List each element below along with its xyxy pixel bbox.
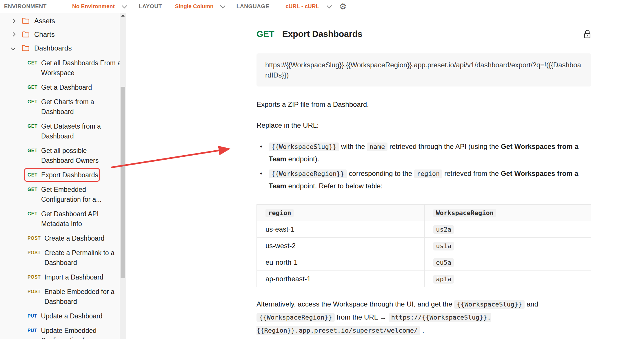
folder-label: Dashboards: [34, 44, 72, 52]
region-table: region WorkspaceRegion us-east-1us2aus-w…: [256, 204, 591, 287]
scrollbar-thumb[interactable]: [121, 87, 125, 278]
endpoint-label: Get Dashboard API Metadata Info: [41, 209, 99, 229]
table-header-region: region: [257, 205, 425, 221]
sidebar-item-endpoint[interactable]: GETGet Charts from a Dashboard: [28, 97, 126, 117]
chevron-down-icon[interactable]: [122, 3, 127, 8]
endpoint-label: Get a Dashboard: [41, 82, 92, 92]
method-badge: PUT: [28, 311, 37, 321]
sidebar-item-endpoint[interactable]: POSTCreate a Permalink to a Dashboard: [28, 248, 126, 268]
endpoint-label: Get Embedded Configuration for a...: [41, 185, 101, 204]
folder-tree: Assets Charts Dashboards: [0, 13, 126, 55]
sidebar: Assets Charts Dashboards GETGet all Dash…: [0, 13, 126, 339]
endpoint-label: Get all Dashboards From a Workspace: [41, 58, 121, 78]
region-table-body: us-east-1us2aus-west-2us1aeu-north-1eu5a…: [257, 221, 591, 287]
endpoint-title-row: GET Export Dashboards: [256, 29, 591, 39]
method-badge: GET: [28, 58, 37, 68]
chevron-right-icon: [11, 32, 16, 37]
region-cell: us-west-2: [257, 238, 425, 254]
chevron-down-icon[interactable]: [327, 3, 332, 8]
method-badge: POST: [28, 233, 41, 243]
sidebar-item-endpoint[interactable]: GETGet all possible Dashboard Owners: [28, 146, 126, 165]
request-url[interactable]: https://{{WorkspaceSlug}}.{{WorkspaceReg…: [256, 53, 591, 86]
method-badge: POST: [28, 272, 41, 282]
sidebar-item-endpoint[interactable]: GETGet a Dashboard: [28, 82, 126, 92]
doc-content: GET Export Dashboards https://{{Workspac…: [256, 13, 591, 339]
table-row: us-west-2us1a: [257, 238, 591, 254]
endpoint-label: Get Charts from a Dashboard: [41, 97, 94, 117]
sidebar-item-endpoint[interactable]: GETGet Dashboard API Metadata Info: [28, 209, 126, 229]
workspace-region-cell: us2a: [425, 221, 591, 238]
method-badge: GET: [256, 29, 274, 39]
replace-bullet-list: {{WorkspaceSlug}} with the name retrieve…: [256, 140, 591, 192]
annotation-arrow: [107, 142, 241, 176]
endpoint-label: Update a Dashboard: [41, 311, 102, 321]
method-badge: GET: [28, 185, 37, 194]
folder-icon: [22, 45, 30, 51]
layout-select[interactable]: Single Column: [175, 3, 214, 10]
region-cell: eu-north-1: [257, 254, 425, 271]
table-row: ap-northeast-1ap1a: [257, 271, 591, 287]
gear-icon[interactable]: ⚙: [339, 2, 347, 11]
method-badge: GET: [28, 97, 37, 107]
description-text: Exports a ZIP file from a Dashboard.: [256, 100, 591, 109]
sidebar-item-endpoint[interactable]: PUTUpdate Embedded Configuration for a..…: [28, 326, 126, 339]
sidebar-scrollbar[interactable]: [120, 13, 126, 339]
method-badge: GET: [28, 121, 37, 131]
chevron-down-icon[interactable]: [220, 3, 225, 8]
environment-select[interactable]: No Environment: [72, 3, 115, 10]
lock-icon: [583, 29, 591, 39]
sidebar-item-endpoint[interactable]: GETGet Embedded Configuration for a...: [28, 185, 126, 204]
method-badge: POST: [28, 287, 41, 297]
sidebar-folder-dashboards[interactable]: Dashboards: [12, 41, 126, 55]
endpoint-label: Export Dashboards: [41, 170, 98, 180]
bullet-item: {{WorkspaceRegion}} corresponding to the…: [256, 167, 584, 192]
environment-label: ENVIRONMENT: [4, 3, 47, 10]
folder-icon: [22, 17, 30, 24]
endpoint-label: Enable Embedded for a Dashboard: [44, 287, 114, 306]
sidebar-item-endpoint[interactable]: GETExport Dashboards: [28, 170, 126, 180]
endpoint-label: Get all possible Dashboard Owners: [41, 146, 99, 165]
sidebar-item-endpoint[interactable]: PUTUpdate a Dashboard: [28, 311, 126, 321]
region-cell: ap-northeast-1: [257, 271, 425, 287]
region-cell: us-east-1: [257, 221, 425, 238]
endpoint-label: Create a Permalink to a Dashboard: [44, 248, 114, 268]
chevron-right-icon: [11, 19, 16, 23]
method-badge: POST: [28, 248, 41, 258]
table-header-row: region WorkspaceRegion: [257, 205, 591, 221]
endpoint-label: Import a Dashboard: [44, 272, 103, 282]
language-label: LANGUAGE: [237, 3, 270, 10]
alternative-paragraph: Alternatively, access the Workspace thro…: [256, 298, 591, 337]
language-select[interactable]: cURL - cURL: [285, 3, 319, 10]
sidebar-item-endpoint[interactable]: POSTCreate a Dashboard: [28, 233, 126, 243]
endpoint-list: GETGet all Dashboards From a WorkspaceGE…: [0, 55, 126, 339]
table-row: us-east-1us2a: [257, 221, 591, 238]
sidebar-item-endpoint[interactable]: GETGet Datasets from a Dashboard: [28, 121, 126, 141]
workspace-region-cell: ap1a: [425, 271, 591, 287]
folder-icon: [22, 31, 30, 38]
sidebar-item-endpoint[interactable]: GETGet all Dashboards From a Workspace: [28, 58, 126, 78]
page-title: Export Dashboards: [282, 29, 363, 39]
layout-label: LAYOUT: [139, 3, 162, 10]
table-header-workspaceregion: WorkspaceRegion: [425, 205, 591, 221]
folder-label: Charts: [34, 30, 55, 39]
sidebar-folder-assets[interactable]: Assets: [12, 14, 126, 28]
scroll-up-icon[interactable]: [121, 15, 125, 17]
sidebar-item-endpoint[interactable]: POSTEnable Embedded for a Dashboard: [28, 287, 126, 306]
sidebar-folder-charts[interactable]: Charts: [12, 28, 126, 41]
endpoint-label: Create a Dashboard: [44, 233, 104, 243]
folder-label: Assets: [34, 17, 55, 25]
method-badge: GET: [28, 209, 37, 219]
method-badge: GET: [28, 82, 37, 92]
method-badge: GET: [28, 170, 37, 180]
chevron-down-icon: [11, 46, 16, 51]
workspace-region-cell: us1a: [425, 238, 591, 254]
bullet-item: {{WorkspaceSlug}} with the name retrieve…: [256, 140, 584, 165]
workspace-region-cell: eu5a: [425, 254, 591, 271]
method-badge: PUT: [28, 326, 37, 336]
endpoint-label: Update Embedded Configuration for a...: [41, 326, 101, 339]
method-badge: GET: [28, 146, 37, 156]
replace-heading: Replace in the URL:: [256, 121, 591, 129]
table-row: eu-north-1eu5a: [257, 254, 591, 271]
top-settings-bar: ENVIRONMENT No Environment LAYOUT Single…: [0, 0, 644, 13]
sidebar-item-endpoint[interactable]: POSTImport a Dashboard: [28, 272, 126, 282]
